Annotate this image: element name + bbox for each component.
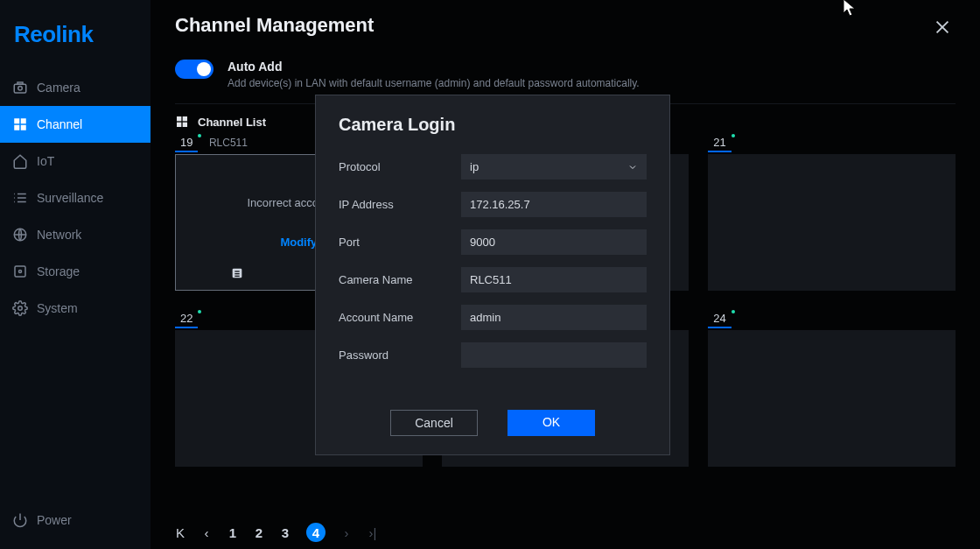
channel-card-24[interactable]: 24	[708, 310, 956, 467]
channel-number: 24	[708, 310, 731, 328]
page-3[interactable]: 3	[280, 525, 290, 540]
gear-icon	[12, 300, 28, 316]
list-icon	[12, 190, 28, 206]
auto-add-title: Auto Add	[228, 60, 640, 74]
account-name-input[interactable]	[461, 305, 647, 330]
account-name-row: Account Name	[339, 305, 647, 330]
auto-add-toggle[interactable]	[175, 60, 214, 79]
channel-number: 22	[175, 310, 198, 328]
ip-row: IP Address	[339, 192, 647, 217]
sidebar-item-network[interactable]: Network	[0, 216, 150, 253]
modify-link[interactable]: Modify	[280, 236, 317, 249]
sidebar-item-label: Camera	[37, 81, 80, 95]
sidebar-item-label: Storage	[37, 264, 80, 278]
sidebar-item-surveillance[interactable]: Surveillance	[0, 179, 150, 216]
sidebar-item-iot[interactable]: IoT	[0, 143, 150, 179]
protocol-row: Protocol ip	[339, 154, 647, 179]
svg-rect-3	[14, 118, 19, 123]
list-icon[interactable]	[230, 266, 244, 283]
sidebar-item-label: Channel	[37, 117, 82, 131]
dialog-title: Camera Login	[339, 115, 647, 135]
svg-point-15	[19, 271, 22, 273]
password-input[interactable]	[461, 342, 647, 368]
svg-rect-4	[21, 118, 26, 123]
page-4[interactable]: 4	[306, 523, 326, 542]
brand-logo: Reolink	[0, 0, 150, 69]
svg-rect-23	[183, 123, 187, 127]
sidebar: Reolink Camera Channel IoT Surveillance …	[0, 0, 150, 549]
camera-login-dialog: Camera Login Protocol ip IP Address Port…	[315, 95, 670, 455]
power-icon	[12, 512, 28, 528]
account-name-label: Account Name	[339, 311, 461, 324]
channel-name: RLC511	[209, 137, 248, 149]
svg-rect-21	[183, 116, 187, 121]
ip-label: IP Address	[339, 198, 461, 211]
page-1[interactable]: 1	[228, 525, 238, 540]
page-first[interactable]: K	[175, 525, 186, 540]
close-icon	[933, 18, 952, 37]
page-header: Channel Management	[175, 0, 956, 44]
globe-icon	[12, 227, 28, 243]
pagination: K ‹ 1 2 3 4 › ›|	[175, 516, 378, 549]
sidebar-item-label: System	[37, 301, 78, 315]
sidebar-item-label: IoT	[37, 154, 54, 168]
grid-icon	[12, 116, 28, 132]
sidebar-item-storage[interactable]: Storage	[0, 253, 150, 290]
page-title: Channel Management	[175, 14, 374, 37]
password-label: Password	[339, 348, 461, 362]
ok-button[interactable]: OK	[508, 410, 595, 436]
nav: Camera Channel IoT Surveillance Network …	[0, 69, 150, 500]
camera-name-input[interactable]	[461, 267, 647, 292]
sidebar-item-channel[interactable]: Channel	[0, 106, 150, 143]
page-next[interactable]: ›	[341, 525, 352, 540]
svg-point-16	[18, 306, 23, 311]
svg-rect-6	[21, 125, 26, 130]
auto-add-desc: Add device(s) in LAN with default userna…	[228, 77, 640, 89]
dialog-actions: Cancel OK	[339, 410, 647, 436]
camera-icon	[12, 80, 28, 95]
grid-icon	[175, 115, 189, 129]
svg-rect-14	[15, 266, 25, 277]
port-row: Port	[339, 229, 647, 255]
svg-rect-0	[14, 84, 26, 93]
svg-rect-5	[14, 125, 19, 130]
chevron-down-icon	[627, 162, 638, 172]
svg-rect-22	[177, 123, 181, 127]
protocol-value: ip	[470, 160, 479, 173]
sidebar-item-label: Surveillance	[37, 191, 103, 205]
disk-icon	[12, 264, 28, 279]
channel-card-21[interactable]: 21	[708, 134, 956, 291]
sidebar-item-label: Power	[37, 513, 72, 527]
cancel-button[interactable]: Cancel	[390, 410, 478, 436]
page-last[interactable]: ›|	[368, 525, 378, 540]
sidebar-item-power[interactable]: Power	[0, 500, 150, 549]
protocol-label: Protocol	[339, 160, 461, 173]
protocol-select[interactable]: ip	[461, 154, 647, 179]
channel-number: 19	[175, 134, 198, 152]
sidebar-item-label: Network	[37, 228, 81, 242]
ip-input[interactable]	[461, 192, 647, 217]
page-prev[interactable]: ‹	[201, 525, 212, 540]
svg-rect-2	[18, 82, 23, 84]
home-icon	[12, 153, 28, 169]
port-label: Port	[339, 236, 461, 249]
camera-name-label: Camera Name	[339, 273, 461, 286]
camera-name-row: Camera Name	[339, 267, 647, 292]
sidebar-item-system[interactable]: System	[0, 290, 150, 327]
close-button[interactable]	[929, 14, 956, 44]
password-row: Password	[339, 342, 647, 368]
channel-list-title: Channel List	[198, 116, 266, 129]
port-input[interactable]	[461, 229, 647, 255]
channel-preview	[708, 330, 956, 467]
channel-preview	[708, 154, 956, 291]
svg-point-1	[18, 87, 23, 91]
page-2[interactable]: 2	[254, 525, 264, 540]
sidebar-item-camera[interactable]: Camera	[0, 69, 150, 106]
auto-add-text: Auto Add Add device(s) in LAN with defau…	[228, 60, 640, 89]
channel-number: 21	[708, 134, 731, 152]
svg-rect-20	[177, 116, 181, 121]
